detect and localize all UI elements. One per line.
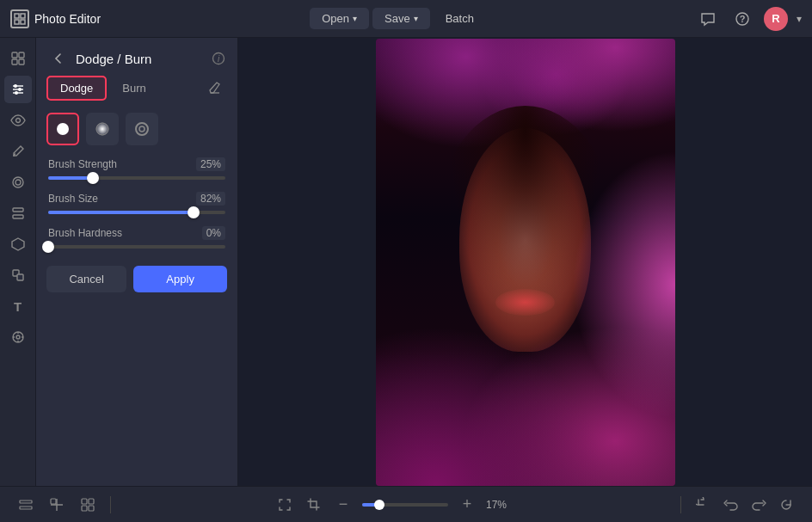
brush-strength-group: Brush Strength 25% [36, 157, 237, 192]
divider-1 [110, 496, 111, 513]
layers-icon [10, 206, 26, 221]
apply-button[interactable]: Apply [133, 266, 227, 292]
batch-label: Batch [446, 12, 474, 25]
open-button[interactable]: Open ▾ [310, 8, 369, 29]
svg-rect-38 [20, 501, 32, 503]
reset-icon-svg [778, 497, 794, 513]
help-icon-button[interactable]: ? [729, 6, 755, 32]
svg-rect-7 [19, 52, 24, 58]
panel-back-button[interactable] [48, 50, 69, 67]
brush-hardness-slider[interactable] [48, 245, 225, 249]
brush-size-label: Brush Size [48, 193, 98, 205]
filter-icon [10, 175, 26, 190]
tab-dodge[interactable]: Dodge [46, 76, 107, 101]
crop-button[interactable] [304, 494, 324, 515]
svg-point-37 [139, 126, 145, 132]
redo-icon[interactable] [747, 493, 771, 517]
history-icon[interactable] [692, 493, 716, 517]
objects-icon [10, 236, 26, 252]
svg-rect-0 [15, 14, 19, 18]
undo-icon[interactable] [719, 493, 743, 517]
panel-actions: Cancel Apply [36, 261, 237, 306]
sidebar-item-adjust[interactable] [4, 76, 32, 103]
compare-icon[interactable] [45, 493, 69, 517]
svg-rect-8 [12, 59, 17, 64]
soft-brush-icon [93, 120, 112, 138]
zoom-in-button[interactable]: + [457, 494, 477, 515]
grid-view-icon[interactable] [76, 493, 100, 517]
brush-size-value: 82% [196, 192, 225, 206]
export-icon [10, 267, 26, 283]
canvas-area[interactable] [238, 38, 812, 486]
batch-button[interactable]: Batch [434, 8, 486, 29]
svg-rect-2 [15, 20, 19, 24]
topbar-center: Open ▾ Save ▾ Batch [108, 8, 688, 29]
fit-screen-button[interactable] [274, 494, 295, 515]
panel-info-button[interactable]: i [212, 52, 225, 65]
cancel-button[interactable]: Cancel [46, 266, 126, 292]
brush-size-slider[interactable] [48, 211, 225, 214]
plugins-icon [10, 329, 26, 345]
eraser-icon [207, 81, 223, 96]
ring-brush-icon [132, 120, 151, 138]
svg-point-33 [57, 123, 69, 135]
layers-bottom-icon[interactable] [14, 493, 38, 517]
sidebar-item-filter[interactable] [4, 169, 32, 196]
svg-rect-20 [13, 215, 23, 218]
svg-point-11 [14, 84, 17, 88]
help-icon: ? [735, 11, 750, 27]
sidebar-item-plugins[interactable] [4, 323, 32, 351]
chat-icon-button[interactable] [695, 6, 721, 32]
tab-burn[interactable]: Burn [110, 77, 157, 99]
bottombar: − + 17% [0, 486, 812, 522]
back-icon [52, 52, 65, 65]
svg-rect-41 [82, 499, 87, 504]
panel-title: Dodge / Burn [76, 52, 205, 66]
sidebar-item-retouch[interactable] [4, 138, 32, 165]
brush-strength-label-row: Brush Strength 25% [48, 157, 225, 171]
svg-text:?: ? [740, 14, 746, 24]
svg-point-36 [136, 123, 148, 135]
save-button[interactable]: Save ▾ [372, 8, 430, 29]
brush-hardness-label: Brush Hardness [48, 227, 122, 239]
svg-rect-44 [89, 506, 94, 511]
sidebar-item-objects[interactable] [4, 230, 32, 258]
panel-tabs: Dodge Burn [36, 76, 237, 109]
sidebar-item-layers[interactable] [4, 200, 32, 227]
svg-point-13 [18, 88, 22, 91]
brush-type-soft[interactable] [86, 113, 119, 145]
brush-size-group: Brush Size 82% [36, 192, 237, 226]
brush-type-hard[interactable] [46, 113, 79, 145]
eraser-icon-button[interactable] [203, 77, 227, 101]
sidebar-item-grid[interactable] [4, 45, 32, 72]
save-label: Save [384, 12, 410, 25]
zoom-value: 17% [486, 499, 517, 511]
brush-strength-slider[interactable] [48, 176, 225, 180]
svg-text:i: i [218, 54, 220, 64]
layers-icon-bottom [18, 497, 34, 513]
sidebar-item-text[interactable]: T [4, 292, 32, 320]
avatar-chevron-icon[interactable]: ▾ [797, 13, 802, 25]
brush-hardness-value: 0% [202, 226, 225, 240]
brush-size-label-row: Brush Size 82% [48, 192, 225, 206]
svg-rect-9 [19, 59, 24, 64]
sidebar-item-view[interactable] [4, 107, 32, 134]
zoom-slider[interactable] [362, 503, 448, 507]
grid-view-icon-svg [80, 497, 95, 513]
svg-rect-1 [21, 14, 25, 18]
bottombar-center: − + 17% [121, 494, 670, 515]
app-logo: Photo Editor [10, 9, 101, 28]
svg-rect-23 [17, 274, 23, 280]
user-avatar[interactable]: R [764, 7, 788, 31]
brush-type-ring[interactable] [126, 113, 158, 145]
photo-image [376, 39, 675, 486]
svg-point-18 [15, 180, 21, 185]
sidebar-item-export[interactable] [4, 261, 32, 289]
photo-container [376, 39, 675, 486]
svg-rect-3 [21, 20, 25, 24]
divider-2 [680, 496, 681, 513]
reset-icon[interactable] [774, 493, 798, 517]
svg-rect-42 [89, 499, 94, 504]
zoom-out-button[interactable]: − [333, 494, 354, 515]
brush-strength-value: 25% [196, 157, 225, 171]
